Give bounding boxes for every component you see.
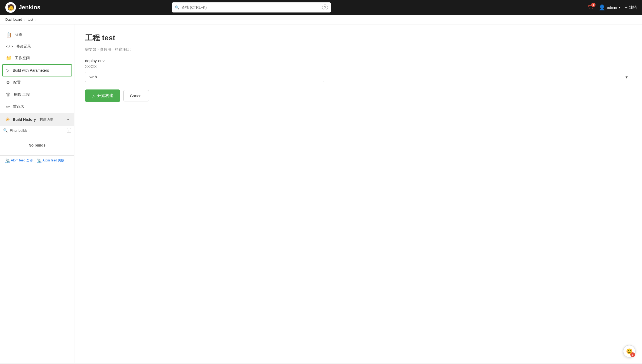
filter-shortcut-key: / <box>67 128 71 133</box>
deploy-env-select[interactable]: web staging production <box>85 72 324 82</box>
main-content: 工程 test 需要如下参数用于构建项目: deploy-env XXXXX w… <box>74 24 642 363</box>
sidebar: 📋 状态 </> 修改记录 📁 工作空间 ▷ Build with Parame… <box>0 24 74 363</box>
logout-button[interactable]: ↪ 注销 <box>624 5 637 10</box>
sidebar-item-workspace-label: 工作空间 <box>15 56 30 61</box>
atom-feeds: 📡 Atom feed 全部 📡 Atom feed 失败 <box>0 155 74 165</box>
sidebar-item-workspace[interactable]: 📁 工作空间 <box>0 52 74 64</box>
sidebar-item-status-label: 状态 <box>15 32 22 37</box>
sidebar-item-rename-label: 重命名 <box>13 104 24 109</box>
atom-feed-all-icon: 📡 <box>5 159 10 163</box>
workspace-icon: 📁 <box>6 55 12 61</box>
status-icon: 📋 <box>6 32 12 38</box>
security-badge-count: 1 <box>591 3 595 7</box>
param-name-label: deploy-env <box>85 58 631 63</box>
logout-icon: ↪ <box>624 5 628 10</box>
atom-feed-fail-link[interactable]: 📡 Atom feed 失败 <box>37 158 64 163</box>
delete-icon: 🗑 <box>6 92 11 97</box>
breadcrumb-test[interactable]: test <box>28 18 33 22</box>
search-bar: 🔍 ? <box>172 2 331 12</box>
action-buttons: ▷ 开始构建 Cancel <box>85 89 631 102</box>
cancel-button[interactable]: Cancel <box>123 90 149 101</box>
atom-feed-all-label: Atom feed 全部 <box>11 158 33 163</box>
sidebar-item-delete-label: 删除 工程 <box>14 92 30 97</box>
sidebar-item-build-with-params[interactable]: ▷ Build with Parameters <box>2 64 72 76</box>
atom-feed-fail-icon: 📡 <box>37 159 41 163</box>
sidebar-item-status[interactable]: 📋 状态 <box>0 29 74 41</box>
sidebar-item-configure[interactable]: ⚙ 配置 <box>0 76 74 89</box>
user-name-label: admin <box>607 5 617 10</box>
sidebar-item-changes-label: 修改记录 <box>16 44 31 49</box>
header-right: 🛡 1 👤 admin ▾ ↪ 注销 <box>588 4 637 11</box>
param-desc-label: XXXXX <box>85 65 631 68</box>
no-builds-message: No builds <box>0 135 74 155</box>
filter-search-icon: 🔍 <box>3 128 8 132</box>
start-build-label: 开始构建 <box>97 93 113 98</box>
build-history-title: Build History <box>13 117 36 122</box>
breadcrumb: Dashboard › test › <box>0 15 642 24</box>
jenkins-logo-icon: 🧑 <box>5 2 16 13</box>
app-header: 🧑 Jenkins 🔍 ? 🛡 1 👤 admin ▾ ↪ 注销 <box>0 0 642 15</box>
page-layout: 📋 状态 </> 修改记录 📁 工作空间 ▷ Build with Parame… <box>0 24 642 363</box>
logout-label: 注销 <box>629 5 637 10</box>
configure-icon: ⚙ <box>6 80 10 85</box>
rename-icon: ✏ <box>6 104 10 110</box>
atom-feed-all-link[interactable]: 📡 Atom feed 全部 <box>5 158 33 163</box>
floating-badge-count: 3 <box>630 352 635 357</box>
floating-help-button[interactable]: 😊 3 <box>623 345 636 358</box>
build-history-sun-icon: ☀ <box>5 116 10 123</box>
atom-feed-fail-label: Atom feed 失败 <box>43 158 64 163</box>
select-chevron-down-icon: ▾ <box>626 74 628 79</box>
breadcrumb-sep-1: › <box>24 18 26 22</box>
breadcrumb-dashboard[interactable]: Dashboard <box>5 18 22 22</box>
build-history-header[interactable]: ☀ Build History 构建历史 ▾ <box>0 113 74 126</box>
user-avatar-icon: 👤 <box>599 4 605 11</box>
param-select-wrapper: web staging production ▾ <box>85 72 631 82</box>
security-badge[interactable]: 🛡 1 <box>588 4 594 11</box>
start-build-button[interactable]: ▷ 开始构建 <box>85 89 120 102</box>
page-title: 工程 test <box>85 33 631 43</box>
jenkins-logo[interactable]: 🧑 Jenkins <box>5 2 40 13</box>
build-history-zh-label: 构建历史 <box>40 117 53 122</box>
sidebar-item-rename[interactable]: ✏ 重命名 <box>0 101 74 113</box>
breadcrumb-sep-2: › <box>35 18 36 22</box>
filter-builds-input[interactable] <box>10 129 65 132</box>
changes-icon: </> <box>6 44 13 49</box>
search-input[interactable] <box>181 5 320 10</box>
user-menu[interactable]: 👤 admin ▾ <box>599 4 620 11</box>
sidebar-item-configure-label: 配置 <box>13 80 21 85</box>
build-params-icon: ▷ <box>6 67 10 73</box>
search-help-icon[interactable]: ? <box>322 5 328 10</box>
start-build-play-icon: ▷ <box>92 93 95 98</box>
sidebar-item-changes[interactable]: </> 修改记录 <box>0 41 74 52</box>
filter-builds-bar: 🔍 / <box>0 126 74 135</box>
sidebar-item-delete[interactable]: 🗑 删除 工程 <box>0 89 74 101</box>
page-subtitle: 需要如下参数用于构建项目: <box>85 47 631 52</box>
sidebar-item-build-with-params-label: Build with Parameters <box>13 68 49 72</box>
user-menu-chevron-icon: ▾ <box>619 6 620 9</box>
jenkins-logo-text: Jenkins <box>19 4 40 11</box>
search-icon: 🔍 <box>175 5 179 10</box>
build-history-chevron-icon: ▾ <box>67 118 69 121</box>
